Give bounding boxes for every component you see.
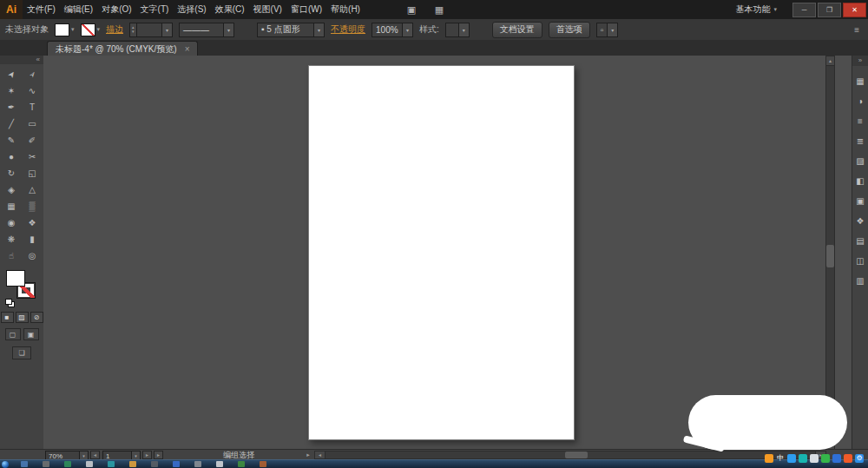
pen-tool[interactable]: ✒ xyxy=(1,99,22,115)
type-tool[interactable]: T xyxy=(22,99,43,115)
color-button[interactable]: ■ xyxy=(1,312,14,323)
screen-mode-button[interactable]: ❏ xyxy=(12,346,31,359)
settings-gear-icon[interactable]: ⚙ xyxy=(855,454,864,463)
zoom-tool[interactable]: ◎ xyxy=(22,247,43,264)
document-setup-button[interactable]: 文档设置 xyxy=(492,22,542,38)
mesh-tool[interactable]: ▦ xyxy=(1,198,22,214)
stroke-panel-icon[interactable]: ≣ xyxy=(853,131,867,151)
perspective-grid-tool[interactable]: △ xyxy=(22,181,43,198)
minimize-button[interactable]: ─ xyxy=(792,3,816,17)
transparency-panel-icon[interactable]: ◧ xyxy=(853,171,867,191)
blend-tool[interactable]: ❖ xyxy=(22,214,43,231)
color-guide-panel-icon[interactable]: ◑ xyxy=(853,91,867,111)
menu-file[interactable]: 文件(F) xyxy=(23,0,60,19)
selection-tool[interactable]: ➤ xyxy=(1,66,22,82)
taskbar-app-7[interactable] xyxy=(151,461,158,467)
blob-brush-tool[interactable]: ● xyxy=(1,148,22,165)
tray-icon-blue[interactable] xyxy=(787,454,796,463)
eyedropper-tool[interactable]: ◉ xyxy=(1,214,22,231)
appearance-panel-icon[interactable]: ≡ xyxy=(853,111,867,131)
scroll-up-icon[interactable]: ▲ xyxy=(826,56,834,66)
control-bar-menu-icon[interactable]: ≡ xyxy=(854,25,863,35)
gradient-button[interactable]: ▨ xyxy=(16,312,29,323)
taskbar-app-9[interactable] xyxy=(194,461,201,467)
artboards-panel-icon[interactable]: ◫ xyxy=(853,251,867,271)
close-button[interactable]: ✕ xyxy=(843,3,866,17)
tray-icon-teal[interactable] xyxy=(799,454,807,463)
chevron-down-icon[interactable]: ▾ xyxy=(458,23,469,36)
magic-wand-tool[interactable]: ✶ xyxy=(1,82,22,99)
ime-indicator[interactable]: 中 xyxy=(776,454,785,463)
style-swatch-combo[interactable]: ▾ xyxy=(445,23,470,37)
close-icon[interactable]: × xyxy=(185,44,190,54)
fill-color-swatch[interactable]: ▾ xyxy=(55,23,75,36)
taskbar-app-2[interactable] xyxy=(43,461,49,467)
brush-definition-combo[interactable]: ▪ 5 点圆形 ▾ xyxy=(257,23,325,37)
stepper-icon[interactable]: ▴▾ xyxy=(130,23,137,36)
libraries-panel-icon[interactable]: ▥ xyxy=(853,271,867,291)
lasso-tool[interactable]: ∿ xyxy=(22,82,43,99)
horizontal-scrollbar[interactable]: ◄ ► xyxy=(314,451,826,459)
graphic-styles-panel-icon[interactable]: ▣ xyxy=(853,191,867,211)
chevron-down-icon[interactable]: ▾ xyxy=(402,23,412,36)
tray-icon-orange[interactable] xyxy=(765,454,773,463)
tray-icon-green[interactable] xyxy=(821,454,830,463)
horizontal-scroll-thumb[interactable] xyxy=(565,452,588,458)
menu-type[interactable]: 文字(T) xyxy=(136,0,174,19)
preferences-button[interactable]: 首选项 xyxy=(549,22,590,38)
pencil-tool[interactable]: ✐ xyxy=(22,132,43,148)
paintbrush-tool[interactable]: ✎ xyxy=(1,132,22,148)
draw-behind-button[interactable]: ▣ xyxy=(23,328,39,340)
hand-tool[interactable]: ☝ xyxy=(1,247,22,264)
canvas[interactable]: ▲ ▼ xyxy=(43,56,852,450)
status-flyout-button[interactable]: ▸ xyxy=(304,451,312,459)
stroke-color-swatch[interactable]: ▾ xyxy=(81,23,101,36)
last-artboard-button[interactable]: ► xyxy=(154,451,163,459)
vertical-scrollbar[interactable]: ▲ ▼ xyxy=(825,56,835,450)
start-button[interactable] xyxy=(2,461,9,468)
prev-artboard-button[interactable]: ◄ xyxy=(90,451,100,459)
taskbar-app-8[interactable] xyxy=(173,461,180,467)
line-segment-tool[interactable]: ╱ xyxy=(1,115,22,132)
horizontal-scroll-track[interactable] xyxy=(326,452,815,458)
tray-icon-navy[interactable] xyxy=(832,454,841,463)
menu-view[interactable]: 视图(V) xyxy=(249,0,286,19)
gradient-tool[interactable]: ▒ xyxy=(22,198,43,214)
rectangle-tool[interactable]: ▭ xyxy=(22,115,43,132)
chevron-down-icon[interactable]: ▾ xyxy=(161,23,172,36)
taskbar-app-6[interactable] xyxy=(129,461,136,467)
collapse-toolbar-button[interactable]: « xyxy=(0,56,43,64)
default-fill-stroke-button[interactable] xyxy=(5,299,15,307)
arrange-documents-icon[interactable]: ▦ xyxy=(432,4,446,16)
chevron-down-icon[interactable]: ▾ xyxy=(607,23,617,36)
taskbar-app-4[interactable] xyxy=(86,461,93,467)
vertical-scroll-thumb[interactable] xyxy=(826,245,834,267)
stroke-weight-combo[interactable]: ▴▾ ▾ xyxy=(129,23,173,37)
eraser-tool[interactable]: ✂ xyxy=(22,148,43,165)
menu-edit[interactable]: 编辑(E) xyxy=(60,0,97,19)
draw-normal-button[interactable]: ▢ xyxy=(5,328,21,340)
chevron-down-icon[interactable]: ▾ xyxy=(223,23,233,36)
shape-builder-tool[interactable]: ◈ xyxy=(1,181,22,198)
menu-window[interactable]: 窗口(W) xyxy=(286,0,326,19)
taskbar-app-10[interactable] xyxy=(216,461,223,467)
stroke-panel-link[interactable]: 描边 xyxy=(106,23,123,36)
taskbar-app-3[interactable] xyxy=(64,461,71,467)
none-button[interactable]: ⊘ xyxy=(30,312,43,323)
menu-select[interactable]: 选择(S) xyxy=(173,0,210,19)
layers-panel-icon[interactable]: ▤ xyxy=(853,231,867,251)
symbols-panel-icon[interactable]: ❖ xyxy=(853,211,867,231)
taskbar-app-12[interactable] xyxy=(260,461,266,467)
opacity-combo[interactable]: 100% ▾ xyxy=(372,23,413,37)
stepper-down-icon[interactable]: ▾ xyxy=(132,30,135,34)
restore-button[interactable]: ❐ xyxy=(818,3,841,17)
vertical-scroll-track[interactable] xyxy=(826,66,834,439)
color-panel-icon[interactable]: ▦ xyxy=(853,71,867,91)
tray-icon-red[interactable] xyxy=(844,454,852,463)
rotate-tool[interactable]: ↻ xyxy=(1,165,22,181)
workspace-switcher[interactable]: 基本功能 ▾ xyxy=(728,3,784,16)
width-profile-combo[interactable]: ——— ▾ xyxy=(179,23,234,37)
chevron-down-icon[interactable]: ▾ xyxy=(313,23,324,36)
menu-help[interactable]: 帮助(H) xyxy=(326,0,365,19)
artboard[interactable] xyxy=(308,65,575,440)
